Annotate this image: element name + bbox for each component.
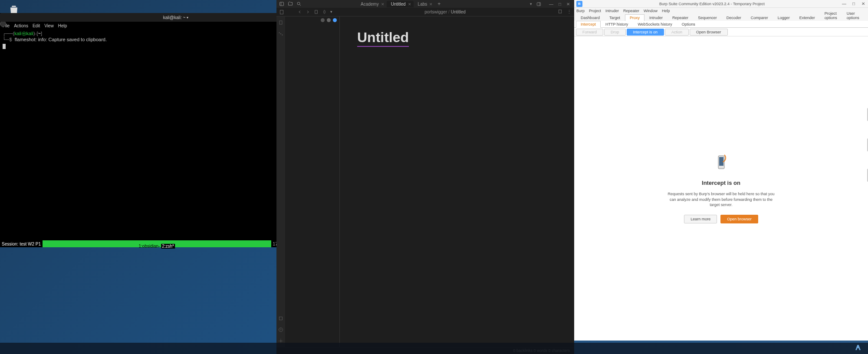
forward-button[interactable]: Forward xyxy=(576,29,603,36)
subtab-options[interactable]: Options xyxy=(677,21,700,27)
obsidian-sidebar xyxy=(285,16,340,347)
burp-titlebar[interactable]: B Burp Suite Community Edition v2023.2.4… xyxy=(574,0,868,8)
close-icon[interactable]: ✕ xyxy=(381,2,385,7)
menu-help[interactable]: Help xyxy=(662,9,670,13)
drop-button[interactable]: Drop xyxy=(604,29,626,36)
obsidian-ribbon: ? xyxy=(276,16,285,347)
sidebar-right-icon[interactable] xyxy=(536,2,541,7)
new-note-icon[interactable] xyxy=(279,10,284,15)
sidebar-left-icon[interactable] xyxy=(279,1,284,7)
tab-decoder[interactable]: Decoder xyxy=(722,14,746,21)
open-browser-button[interactable]: Open browser xyxy=(720,215,758,223)
obsidian-window: Academy✕ Untitled✕ Labs✕ + ▾ — □ ✕ ▾ por… xyxy=(276,0,574,354)
menu-window[interactable]: Window xyxy=(644,9,658,13)
terminal-title: kali@kali: ~ xyxy=(163,15,186,20)
folder-icon[interactable] xyxy=(288,1,293,7)
dot-icon[interactable] xyxy=(327,18,331,22)
maximize-button[interactable]: □ xyxy=(849,0,858,8)
svg-rect-0 xyxy=(280,2,284,6)
svg-point-11 xyxy=(279,33,280,33)
breadcrumb[interactable]: portswigger/Untitled xyxy=(332,10,558,14)
obsidian-tabs: Academy✕ Untitled✕ Labs✕ + xyxy=(356,1,526,7)
tab-project-options[interactable]: Project options xyxy=(820,10,842,21)
intercept-toggle-button[interactable]: Intercept is on xyxy=(627,29,664,36)
burp-proxy-toolbar: Forward Drop Intercept is on Action Open… xyxy=(574,28,868,36)
dot-icon[interactable] xyxy=(321,18,325,22)
svg-rect-4 xyxy=(537,2,540,5)
menu-project[interactable]: Project xyxy=(589,9,601,13)
close-button[interactable]: ✕ xyxy=(566,2,570,7)
editor-area[interactable]: Untitled xyxy=(340,16,574,347)
minimize-button[interactable]: — xyxy=(549,2,553,7)
action-button[interactable]: Action xyxy=(665,29,689,36)
open-browser-button[interactable]: Open Browser xyxy=(690,29,728,36)
menu-burp[interactable]: Burp xyxy=(576,9,585,13)
tab-academy[interactable]: Academy✕ xyxy=(356,1,387,7)
chevron-down-icon[interactable]: ▾ xyxy=(530,2,532,6)
menu-help[interactable]: Help xyxy=(58,23,67,28)
svg-point-10 xyxy=(280,33,281,34)
tab-sequencer[interactable]: Sequencer xyxy=(693,14,722,21)
tab-logger[interactable]: Logger xyxy=(773,14,795,21)
menu-view[interactable]: View xyxy=(44,23,54,28)
subtab-intercept[interactable]: Intercept xyxy=(576,21,601,28)
book-icon[interactable] xyxy=(558,9,562,14)
tab-user-options[interactable]: User options xyxy=(842,10,864,21)
intercept-illustration-icon xyxy=(710,154,732,171)
tab-proxy[interactable]: Proxy xyxy=(625,14,644,21)
search-icon[interactable] xyxy=(296,1,302,7)
tab-repeater[interactable]: Repeater xyxy=(667,14,693,21)
burp-sub-tabs: Intercept HTTP history WebSockets histor… xyxy=(574,21,868,28)
svg-rect-7 xyxy=(315,10,318,13)
taskbar[interactable] xyxy=(0,343,868,354)
burp-content: Intercept is on Requests sent by Burp's … xyxy=(574,36,868,341)
maximize-button[interactable]: □ xyxy=(559,2,561,7)
more-icon[interactable]: ⋮ xyxy=(567,9,572,15)
new-file-icon[interactable] xyxy=(314,10,319,14)
svg-rect-6 xyxy=(280,10,283,14)
tab-extender[interactable]: Extender xyxy=(795,14,820,21)
tmux-session[interactable]: Session: test W2 P1 xyxy=(0,240,43,247)
menu-actions[interactable]: Actions xyxy=(14,23,28,28)
obsidian-toolbar: ▾ portswigger/Untitled ⋮ xyxy=(276,8,574,16)
tab-target[interactable]: Target xyxy=(605,14,625,21)
menu-intruder[interactable]: Intruder xyxy=(605,9,619,13)
svg-point-2 xyxy=(297,2,300,5)
tab-comparer[interactable]: Comparer xyxy=(746,14,773,21)
window-controls: — □ ✕ xyxy=(545,2,574,7)
taskbar-app-icon[interactable] xyxy=(854,344,862,353)
learn-more-button[interactable]: Learn more xyxy=(684,215,717,223)
graph-icon[interactable] xyxy=(278,31,283,36)
menu-edit[interactable]: Edit xyxy=(33,23,40,28)
minimize-button[interactable]: — xyxy=(839,0,849,8)
tmux-window-1[interactable]: 1:obsidian- xyxy=(139,244,160,249)
tab-dashboard[interactable]: Dashboard xyxy=(576,14,605,21)
svg-point-16 xyxy=(280,341,282,342)
document-title[interactable]: Untitled xyxy=(357,30,409,47)
subtab-http-history[interactable]: HTTP history xyxy=(601,21,633,27)
dot-icon[interactable] xyxy=(333,18,337,22)
subtab-ws-history[interactable]: WebSockets history xyxy=(633,21,677,27)
close-button[interactable]: ✕ xyxy=(858,0,868,8)
leaf-icon[interactable] xyxy=(322,10,327,14)
terminal-drag-handle[interactable] xyxy=(0,21,6,27)
svg-rect-9 xyxy=(279,21,282,24)
tab-untitled[interactable]: Untitled✕ xyxy=(387,1,414,7)
tab-intruder[interactable]: Intruder xyxy=(644,14,667,21)
add-tab-button[interactable]: + xyxy=(437,1,441,7)
tab-labs[interactable]: Labs✕ xyxy=(414,1,435,7)
tmux-window-2[interactable]: 2:zsh* xyxy=(161,244,175,249)
tab-learn[interactable]: Learn xyxy=(864,14,868,21)
svg-text:?: ? xyxy=(280,328,282,331)
svg-line-3 xyxy=(300,5,301,6)
files-icon[interactable] xyxy=(278,20,283,25)
menu-repeater[interactable]: Repeater xyxy=(623,9,639,13)
close-icon[interactable]: ✕ xyxy=(429,2,433,7)
vault-icon[interactable] xyxy=(278,316,283,321)
close-icon[interactable]: ✕ xyxy=(408,2,411,7)
back-icon[interactable] xyxy=(297,10,302,14)
obsidian-titlebar[interactable]: Academy✕ Untitled✕ Labs✕ + ▾ — □ ✕ xyxy=(276,0,574,8)
svg-rect-18 xyxy=(719,157,723,166)
forward-icon[interactable] xyxy=(306,10,310,14)
help-icon[interactable]: ? xyxy=(278,327,283,332)
